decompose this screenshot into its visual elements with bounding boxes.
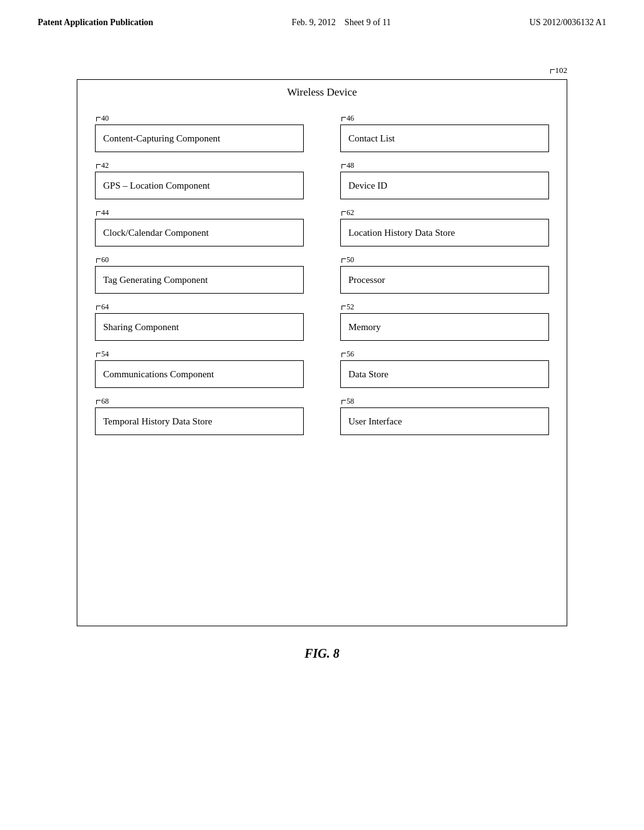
ref-68: 68 (95, 397, 304, 406)
component-box-42: GPS – Location Component (95, 172, 304, 199)
outer-box: Wireless Device 40 Content-Capturing Com… (77, 79, 567, 626)
component-block-48: 48 Device ID (340, 161, 549, 199)
component-block-60: 60 Tag Generating Component (95, 255, 304, 294)
component-box-60: Tag Generating Component (95, 266, 304, 294)
ref-62: 62 (340, 208, 549, 218)
diagram-area: 102 Wireless Device 40 Content-Capturing… (77, 65, 567, 661)
page-header: Patent Application Publication Feb. 9, 2… (0, 0, 644, 28)
component-block-64: 64 Sharing Component (95, 302, 304, 341)
fig-label: FIG. 8 (77, 646, 567, 661)
outer-ref-number: 102 (550, 65, 568, 75)
left-column: 40 Content-Capturing Component 42 GPS – … (95, 114, 304, 444)
component-box-64: Sharing Component (95, 313, 304, 341)
ref-54: 54 (95, 350, 304, 359)
ref-56: 56 (340, 350, 549, 359)
ref-60: 60 (95, 255, 304, 265)
component-box-58: User Interface (340, 407, 549, 435)
header-right: US 2012/0036132 A1 (530, 18, 606, 28)
right-column: 46 Contact List 48 Device ID (340, 114, 549, 444)
component-block-68: 68 Temporal History Data Store (95, 397, 304, 435)
component-box-46: Contact List (340, 124, 549, 152)
ref-58: 58 (340, 397, 549, 406)
ref-50: 50 (340, 255, 549, 265)
component-box-44: Clock/Calendar Component (95, 219, 304, 246)
component-box-54: Communications Component (95, 360, 304, 388)
component-block-54: 54 Communications Component (95, 350, 304, 388)
header-left: Patent Application Publication (38, 18, 153, 28)
columns-container: 40 Content-Capturing Component 42 GPS – … (84, 114, 560, 444)
component-box-56: Data Store (340, 360, 549, 388)
ref-46: 46 (340, 114, 549, 123)
component-box-62: Location History Data Store (340, 219, 549, 246)
wireless-device-title: Wireless Device (84, 86, 560, 99)
component-box-40: Content-Capturing Component (95, 124, 304, 152)
component-box-68: Temporal History Data Store (95, 407, 304, 435)
ref-40: 40 (95, 114, 304, 123)
component-block-42: 42 GPS – Location Component (95, 161, 304, 199)
component-block-56: 56 Data Store (340, 350, 549, 388)
component-box-50: Processor (340, 266, 549, 294)
component-block-46: 46 Contact List (340, 114, 549, 152)
ref-44: 44 (95, 208, 304, 218)
ref-64: 64 (95, 302, 304, 312)
component-box-48: Device ID (340, 172, 549, 199)
component-block-50: 50 Processor (340, 255, 549, 294)
component-block-44: 44 Clock/Calendar Component (95, 208, 304, 246)
component-block-62: 62 Location History Data Store (340, 208, 549, 246)
component-block-58: 58 User Interface (340, 397, 549, 435)
header-center: Feb. 9, 2012 Sheet 9 of 11 (292, 18, 391, 28)
component-block-40: 40 Content-Capturing Component (95, 114, 304, 152)
component-block-52: 52 Memory (340, 302, 549, 341)
ref-48: 48 (340, 161, 549, 170)
ref-52: 52 (340, 302, 549, 312)
component-box-52: Memory (340, 313, 549, 341)
ref-42: 42 (95, 161, 304, 170)
